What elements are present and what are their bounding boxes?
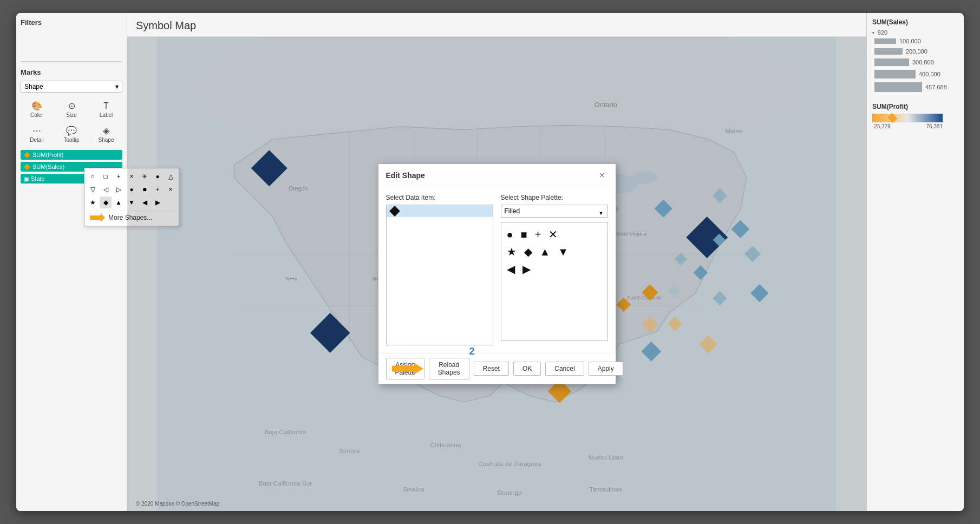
reload-btn-wrapper: 2 Reload Shapes [429,358,469,379]
annotation-number: 2 [469,346,475,357]
state-icon: ▣ [24,176,29,182]
mark-size-btn[interactable]: ⊙ Size [55,98,88,121]
dialog-close-button[interactable]: × [596,169,607,181]
dialog-body: Select Data Item: Select Shape Palette: [378,186,616,353]
marks-dropdown[interactable]: Shape ▾ [21,81,122,93]
left-panel: Filters Marks Shape ▾ 🎨 Color ⊙ Size T L… [16,13,127,511]
ok-button[interactable]: OK [513,362,541,376]
state-label: State [31,175,45,182]
sales-legend-title: SUM(Sales) [872,18,958,26]
size-label: Size [66,112,76,118]
palette-row-1: ● ■ + ✕ [507,228,602,241]
sales-label: SUM(Sales) [32,163,64,170]
reset-button[interactable]: Reset [474,362,509,376]
mark-label-btn[interactable]: T Label [90,98,122,121]
shape-circle-outline[interactable]: ○ [87,171,99,182]
profit-max: 76,381 [926,123,943,129]
dropdown-arrow-icon: ▾ [115,83,119,90]
sales-value-100k: 100,000 [899,38,921,44]
page-title: Symbol Map [127,13,866,37]
legend-item-200k: 200,000 [874,48,958,55]
sales-legend-section: SUM(Sales) • 920 100,000 200,000 300,000 [872,18,958,94]
palette-select-wrapper: Filled Default Color Blind Arrows [501,205,608,222]
shape-triangle-down[interactable]: ▽ [87,184,99,195]
shape-icon: ◈ [103,126,109,136]
bar-400k [874,70,916,78]
shape-diamond-filled[interactable]: ◆ [100,196,112,208]
mark-color-btn[interactable]: 🎨 Color [21,98,53,121]
shape-star[interactable]: ★ [87,196,99,208]
label-icon: T [103,101,109,111]
marks-dropdown-label: Shape [24,83,115,90]
apply-label: Apply [598,365,614,372]
mark-tooltip-btn[interactable]: 💬 Tooltip [55,123,88,146]
palette-x[interactable]: ✕ [548,228,558,241]
shape-label: Shape [99,137,114,143]
dialog-right-column: Select Shape Palette: Filled Default Col… [501,194,608,345]
select-data-item-label: Select Data Item: [386,194,493,201]
select-shape-palette-label: Select Shape Palette: [501,194,608,201]
sales-bars: 100,000 200,000 300,000 400,000 457,688 [874,38,958,94]
filters-section: Filters [21,18,122,62]
palette-plus[interactable]: + [535,228,541,241]
apply-button[interactable]: Apply [589,362,623,376]
sales-value-300k: 300,000 [912,59,934,66]
sales-icon: 🔶 [24,164,30,170]
profit-legend-section: SUM(Profit) -25,729 76,381 [872,103,958,129]
map-container: Oregon Nevada N•••a Pennsylvania West Vi… [127,37,866,511]
shape-plus[interactable]: + [113,171,125,182]
sales-value-457k: 457,688 [925,84,947,90]
dialog-bottom-left: Assign Palette 2 Reload Shapes [386,358,469,379]
more-shapes-arrow-icon [90,213,105,222]
tooltip-label: Tooltip [64,137,80,143]
shape-triangle-right-outline[interactable]: ▷ [113,184,125,195]
reload-arrow-icon [392,363,423,375]
palette-circle[interactable]: ● [507,228,513,241]
label-label: Label [100,112,113,118]
field-sum-profit[interactable]: 🔶 SUM(Profit) [21,150,122,160]
palette-diamond[interactable]: ◆ [524,245,532,258]
sales-value-400k: 400,000 [919,71,940,77]
shape-triangle-left-outline[interactable]: ◁ [100,184,112,195]
profit-range: -25,729 76,381 [872,123,943,129]
palette-select[interactable]: Filled Default Color Blind Arrows [501,205,608,218]
dialog-title: Edit Shape [386,171,425,180]
color-icon: 🎨 [31,101,42,111]
marks-grid: 🎨 Color ⊙ Size T Label ⋯ Detail 💬 To [21,98,122,146]
shape-square-outline[interactable]: □ [100,171,112,182]
bar-457k [874,82,922,92]
reset-label: Reset [483,365,500,372]
palette-square[interactable]: ■ [521,228,527,241]
main-area: Symbol Map [127,13,866,511]
shape-triangle-filled-up[interactable]: ▲ [113,196,125,208]
palette-triangle-left[interactable]: ◀ [507,263,515,276]
mark-detail-btn[interactable]: ⋯ Detail [21,123,53,146]
palette-row-2: ★ ◆ ▲ ▼ [507,245,602,258]
detail-icon: ⋯ [32,126,41,136]
detail-label: Detail [30,137,44,143]
mark-shape-btn[interactable]: ◈ Shape [90,123,122,146]
legend-item-300k: 300,000 [874,58,958,66]
edit-shape-dialog: Edit Shape × Select Data Item: [378,163,616,384]
data-item-diamond-icon [389,206,400,217]
marks-section: Marks Shape ▾ 🎨 Color ⊙ Size T Label [21,68,122,506]
palette-triangle-right[interactable]: ▶ [522,263,531,276]
palette-triangle-down[interactable]: ▼ [558,246,569,258]
sales-value-920: 920 [878,29,887,36]
palette-triangle-up[interactable]: ▲ [540,246,551,258]
profit-gradient-row [872,114,958,122]
dot-symbol: • [872,29,874,36]
data-item-0[interactable] [387,205,493,217]
data-item-list[interactable] [386,205,493,345]
reload-arrow-wrapper [392,363,423,375]
ok-label: OK [522,365,532,372]
cancel-button[interactable]: Cancel [545,362,584,376]
profit-min: -25,729 [872,123,891,129]
right-panel: SUM(Sales) • 920 100,000 200,000 300,000 [866,13,964,511]
legend-item-dot: • 920 [872,29,958,36]
reload-shapes-button[interactable]: Reload Shapes [429,358,469,379]
palette-star[interactable]: ★ [507,245,517,258]
bar-200k [874,48,903,55]
bar-300k [874,58,909,66]
dialog-titlebar: Edit Shape × [378,164,616,186]
